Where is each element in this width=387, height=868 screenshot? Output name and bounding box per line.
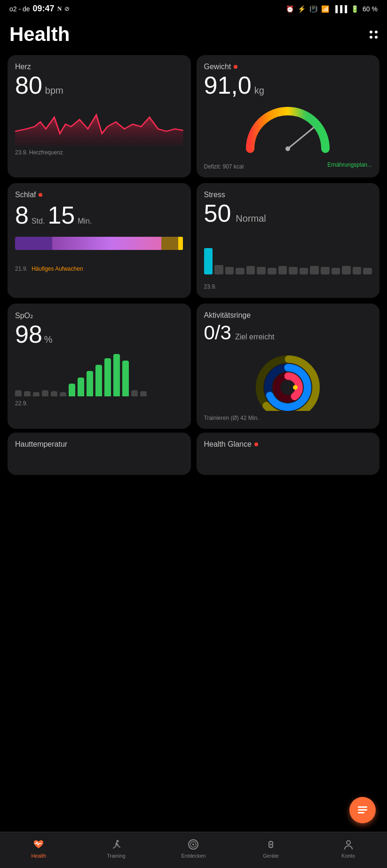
nav-geraete-label: Geräte xyxy=(263,853,279,859)
nav-training[interactable]: Training xyxy=(78,838,155,859)
battery-text: 60 % xyxy=(363,5,378,13)
svg-point-1 xyxy=(285,146,290,151)
schlaf-footer-row: 21.9. Häufiges Aufwachen xyxy=(15,264,183,273)
wifi-icon: 📶 xyxy=(321,5,329,13)
schlaf-title: Schlaf xyxy=(15,191,183,199)
svg-rect-9 xyxy=(358,806,367,808)
nav-entdecken[interactable]: Entdecken xyxy=(155,838,232,859)
health-glance-dot xyxy=(254,442,258,446)
dot1 xyxy=(370,31,372,33)
activity-status: Ziel erreicht xyxy=(235,333,275,341)
health-glance-card[interactable]: Health Glance xyxy=(197,433,380,475)
page-title: Health xyxy=(9,23,70,46)
fab-button[interactable] xyxy=(349,797,376,823)
svg-rect-10 xyxy=(358,809,367,811)
bluetooth-icon: ⚡ xyxy=(298,5,306,13)
vpn-icon: ⊘ xyxy=(64,5,70,12)
health-glance-title: Health Glance xyxy=(204,440,372,449)
partial-cards: Hauttemperatur Health Glance xyxy=(0,433,387,479)
schlaf-hours: 8 xyxy=(15,201,29,229)
svg-point-12 xyxy=(116,840,118,843)
gewicht-dot xyxy=(234,65,237,69)
nav-entdecken-label: Entdecken xyxy=(181,853,205,859)
more-button[interactable] xyxy=(370,31,378,39)
vibration-icon: 📳 xyxy=(309,5,317,13)
nav-konto-label: Konto xyxy=(341,853,355,859)
bottom-nav: Health Training Entdecken Geräte xyxy=(0,832,387,868)
svg-point-20 xyxy=(347,841,350,844)
activity-card[interactable]: Aktivitätsringe 0/3 Ziel erreicht Traini… xyxy=(197,304,380,429)
svg-line-0 xyxy=(288,128,314,149)
stress-status: Normal xyxy=(236,213,266,224)
herz-value: 80 xyxy=(15,73,42,97)
alarm-icon: ⏰ xyxy=(286,5,294,13)
gewicht-footer-row: Defizit: 907 kcal Ernährungsplan... xyxy=(204,160,372,170)
status-bar: o2 - de 09:47 𝐍 ⊘ ⏰ ⚡ 📳 📶 ▐▐▐ 🔋 60 % xyxy=(0,0,387,16)
schlaf-bar xyxy=(15,237,183,250)
schlaf-value-row: 8 Std. 15 Min. xyxy=(15,201,183,229)
stress-title: Stress xyxy=(204,191,372,199)
herz-unit: bpm xyxy=(45,85,63,96)
nav-geraete[interactable]: Geräte xyxy=(232,838,310,859)
activity-value: 0/3 xyxy=(204,321,231,344)
schlaf-footer-date: 21.9. xyxy=(15,265,28,272)
stress-value: 50 xyxy=(204,201,231,225)
status-time: 09:47 xyxy=(33,4,55,14)
schlaf-footer-link[interactable]: Häufiges Aufwachen xyxy=(32,265,83,272)
nav-health[interactable]: Health xyxy=(0,838,78,859)
carrier-text: o2 - de xyxy=(9,5,30,13)
spo2-footer: 22.9. xyxy=(15,400,183,407)
schlaf-hours-label: Std. xyxy=(32,217,45,225)
gewicht-card[interactable]: Gewicht 91,0 kg xyxy=(197,55,380,177)
gewicht-link[interactable]: Ernährungsplan... xyxy=(327,161,372,168)
nfc-icon: 𝐍 xyxy=(57,5,62,13)
schlaf-minutes-label: Min. xyxy=(78,217,92,225)
nav-training-label: Training xyxy=(107,853,125,859)
activity-title: Aktivitätsringe xyxy=(204,311,372,320)
hauttemperatur-title: Hauttemperatur xyxy=(15,440,183,449)
activity-footer: Trainieren (Ø) 42 Min. xyxy=(204,415,372,421)
svg-point-8 xyxy=(293,385,298,390)
status-left: o2 - de 09:47 𝐍 ⊘ xyxy=(9,4,70,14)
gewicht-defizit: Defizit: 907 kcal xyxy=(204,163,244,170)
spo2-unit: % xyxy=(44,334,53,345)
schlaf-minutes: 15 xyxy=(47,201,75,229)
svg-rect-11 xyxy=(358,812,364,813)
spo2-title: SpO₂ xyxy=(15,311,183,320)
stress-footer: 23.9. xyxy=(204,282,372,290)
dot4 xyxy=(375,36,378,39)
stress-footer-date: 23.9. xyxy=(204,283,217,290)
herz-footer: 23.9. Herzfrequenz xyxy=(15,149,183,156)
stress-card[interactable]: Stress 50 Normal 23.9. xyxy=(197,183,380,298)
nav-konto[interactable]: Konto xyxy=(309,838,387,859)
dot3 xyxy=(370,36,372,39)
signal-icon: ▐▐▐ xyxy=(333,5,347,13)
svg-point-15 xyxy=(192,844,194,845)
gewicht-unit: kg xyxy=(254,85,264,96)
dot2 xyxy=(375,31,378,33)
nav-health-label: Health xyxy=(31,853,46,859)
svg-point-19 xyxy=(270,844,272,845)
hauttemperatur-card[interactable]: Hauttemperatur xyxy=(8,433,191,475)
cards-grid: Herz 80 bpm 23.9. Herzfrequenz Gewicht xyxy=(0,51,387,433)
spo2-chart xyxy=(15,354,183,396)
herz-card[interactable]: Herz 80 bpm 23.9. Herzfrequenz xyxy=(8,55,191,177)
app-header: Health xyxy=(0,16,387,51)
spo2-card[interactable]: SpO₂ 98 % 22.9. xyxy=(8,304,191,429)
schlaf-dot xyxy=(39,193,42,197)
battery-icon: 🔋 xyxy=(351,5,359,13)
spo2-value: 98 xyxy=(15,322,42,346)
stress-bars xyxy=(204,237,372,274)
weight-gauge xyxy=(204,104,372,156)
herz-title: Herz xyxy=(15,63,183,71)
herz-chart xyxy=(15,103,183,145)
status-right: ⏰ ⚡ 📳 📶 ▐▐▐ 🔋 60 % xyxy=(286,5,378,13)
activity-rings xyxy=(204,350,372,411)
gewicht-value: 91,0 xyxy=(204,73,252,97)
gewicht-title: Gewicht xyxy=(204,63,372,71)
schlaf-card[interactable]: Schlaf 8 Std. 15 Min. 21.9. Häufiges Auf… xyxy=(8,183,191,298)
